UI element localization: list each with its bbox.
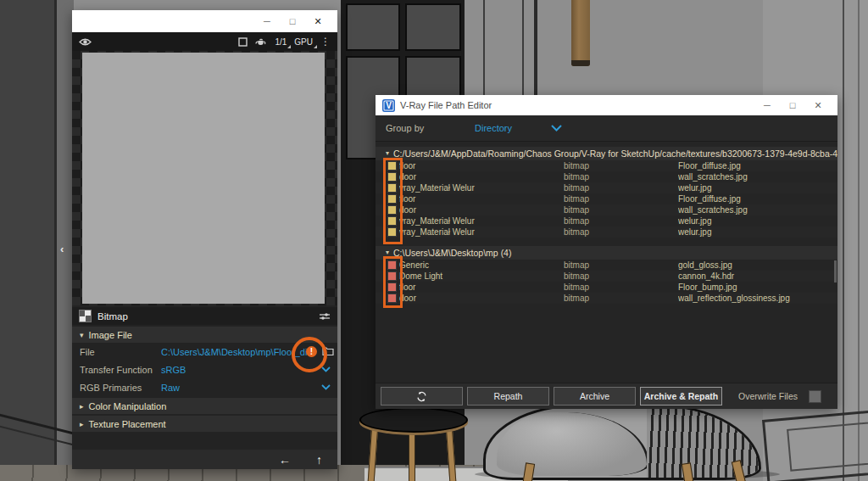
chevron-down-icon[interactable]	[551, 125, 562, 131]
kebab-menu-icon[interactable]: ⋮	[320, 36, 331, 48]
asset-name: vray_Materiał Welur	[399, 182, 564, 193]
minimize-button[interactable]: ─	[754, 100, 780, 110]
asset-filename: wall_scratches.jpg	[678, 204, 837, 215]
file-row: File C:\Users\J&M\Desktop\mp\Floor_diffu…	[72, 343, 337, 361]
asset-type: bitmap	[564, 260, 678, 271]
section-label: Color Manipulation	[89, 401, 167, 411]
file-path-link[interactable]: C:\Users\J&M\Desktop\mp\Floor_diffus...	[161, 347, 307, 357]
settings-sliders-icon[interactable]	[319, 311, 331, 322]
bitmap-header: Bitmap	[72, 307, 337, 325]
asset-filename: Floor_diffuse.jpg	[678, 160, 837, 171]
close-button[interactable]: ✕	[805, 100, 831, 111]
scrollbar[interactable]	[834, 260, 837, 282]
section-label: Texture Placement	[89, 419, 166, 429]
table-row[interactable]: Genericbitmapgold_gloss.jpg	[376, 260, 837, 271]
rgb-primaries-row: RGB Primaries Raw	[72, 378, 337, 396]
table-row[interactable]: doorbitmapwall_scratches.jpg	[376, 171, 837, 182]
preview-scale-selector[interactable]: 1/1	[275, 37, 287, 47]
asset-filename: gold_gloss.jpg	[678, 260, 837, 271]
editor-titlebar[interactable]: V V-Ray File Path Editor ─ □ ✕	[376, 95, 837, 115]
wall-seam	[522, 0, 524, 95]
glass-pane	[346, 3, 400, 51]
back-arrow-button[interactable]: ←	[279, 453, 291, 467]
asset-name: door	[399, 171, 564, 182]
table-row[interactable]: floorbitmapFloor_diffuse.jpg	[376, 193, 837, 204]
maximize-button[interactable]: □	[280, 16, 305, 26]
door-edge	[54, 0, 74, 481]
group-by-dropdown[interactable]: Directory	[475, 123, 551, 133]
screen: ─ □ ✕ 1/1 GPU ⋮ Bitmap	[0, 0, 868, 481]
asset-name: Generic	[399, 260, 564, 271]
close-button[interactable]: ✕	[305, 16, 331, 27]
preview-window-titlebar[interactable]: ─ □ ✕	[72, 10, 337, 32]
bitmap-icon	[79, 310, 92, 322]
table-row[interactable]: floorbitmapFloor_diffuse.jpg	[376, 160, 837, 171]
annotation-rect-group2	[383, 256, 403, 308]
rgb-primaries-value[interactable]: Raw	[161, 383, 307, 393]
asset-filename: wall_scratches.jpg	[678, 171, 837, 182]
asset-filename: welur.jpg	[678, 182, 837, 193]
asset-name: door	[399, 293, 564, 304]
render-engine-selector[interactable]: GPU	[294, 37, 313, 47]
file-label: File	[80, 347, 161, 357]
group-by-label: Group by	[386, 123, 475, 133]
repath-button[interactable]: Repath	[467, 387, 549, 405]
asset-type: bitmap	[564, 182, 678, 193]
section-label: Image File	[89, 330, 132, 340]
annotation-rect-group1	[383, 158, 403, 244]
table-row[interactable]: vray_Materiał Welurbitmapwelur.jpg	[376, 227, 837, 238]
chevron-down-icon[interactable]	[321, 366, 331, 372]
texture-preview-image[interactable]	[82, 53, 325, 304]
side-table-top	[359, 407, 468, 433]
archive-button[interactable]: Archive	[554, 387, 636, 405]
wall-molding-line	[843, 0, 844, 481]
collapse-panel-chevron[interactable]: ‹	[60, 243, 64, 255]
directory-path: C:/Users/J&M/AppData/Roaming/Chaos Group…	[393, 147, 837, 160]
glass-pane	[405, 3, 461, 51]
asset-name: floor	[399, 160, 564, 171]
archive-repath-button[interactable]: Archive & Repath	[640, 387, 722, 405]
refresh-button[interactable]	[381, 387, 463, 405]
rgb-primaries-label: RGB Primaries	[80, 383, 161, 393]
triangle-right-icon: ▸	[80, 420, 84, 428]
asset-type: bitmap	[564, 282, 678, 293]
chevron-down-icon[interactable]	[321, 384, 331, 390]
table-row[interactable]: doorbitmapwall_reflection_glossiness.jpg	[376, 293, 837, 304]
asset-type: bitmap	[564, 193, 678, 204]
up-arrow-button[interactable]: ↑	[316, 453, 322, 467]
table-row[interactable]: Dome Lightbitmapcannon_4k.hdr	[376, 271, 837, 282]
directory-group-header[interactable]: ▾C:/Users/J&M/AppData/Roaming/Chaos Grou…	[376, 147, 837, 160]
editor-title: V-Ray File Path Editor	[400, 100, 754, 110]
overwrite-files-checkbox[interactable]	[809, 390, 821, 403]
maximize-button[interactable]: □	[780, 100, 805, 110]
section-texture-placement[interactable]: ▸ Texture Placement	[72, 416, 337, 432]
wall-molding-line	[858, 0, 860, 481]
teapot-icon[interactable]	[255, 37, 267, 47]
table-row[interactable]: vray_Materiał Welurbitmapwelur.jpg	[376, 182, 837, 193]
vray-logo-icon: V	[382, 99, 395, 112]
table-row[interactable]: doorbitmapwall_scratches.jpg	[376, 204, 837, 215]
pendant-lamp	[571, 0, 590, 66]
wall-seam	[534, 0, 537, 95]
pendant-lamp-cap	[571, 60, 590, 66]
eye-icon[interactable]	[79, 37, 92, 47]
preview-toolbar: 1/1 GPU ⋮	[72, 32, 337, 51]
minimize-button[interactable]: ─	[254, 16, 280, 26]
asset-name: floor	[399, 282, 564, 293]
directory-group-header[interactable]: ▾C:\Users\J&M\Desktop\mp (4)	[376, 246, 837, 260]
asset-name: vray_Materiał Welur	[399, 215, 564, 227]
table-row[interactable]: floorbitmapFloor_bump.jpg	[376, 282, 837, 293]
asset-filename: wall_reflection_glossiness.jpg	[678, 293, 837, 304]
section-color-manipulation[interactable]: ▸ Color Manipulation	[72, 398, 337, 414]
table-row[interactable]: vray_Materiał Welurbitmapwelur.jpg	[376, 215, 837, 227]
transfer-function-value[interactable]: sRGB	[161, 365, 307, 375]
asset-name: door	[399, 204, 564, 215]
bitmap-label: Bitmap	[97, 311, 313, 322]
triangle-down-icon: ▾	[80, 331, 84, 339]
render-region-icon[interactable]	[238, 37, 248, 47]
editor-footer: Repath Archive Archive & Repath Overwrit…	[376, 383, 837, 409]
transfer-function-label: Transfer Function	[80, 365, 161, 375]
asset-type: bitmap	[564, 204, 678, 215]
texture-preview-area	[72, 51, 337, 305]
group-by-row: Group by Directory	[376, 115, 837, 142]
